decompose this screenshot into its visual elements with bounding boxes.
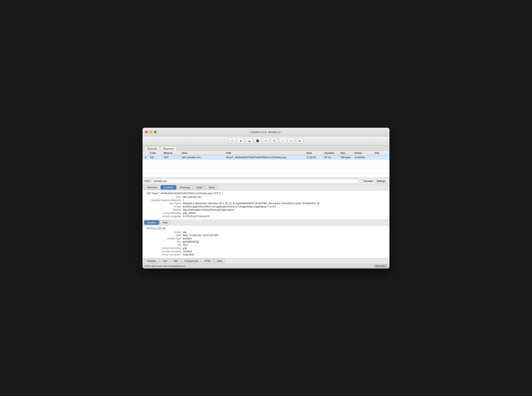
focused-checkbox-group: Focused xyxy=(360,180,373,182)
empty-row xyxy=(143,173,389,178)
resp-header-proxy-connection: Proxy-Connection Keep-alive xyxy=(147,253,385,256)
resp-label-date: Date xyxy=(147,234,183,237)
titlebar: Charles 4.1.3 - Session 1 * xyxy=(143,128,389,137)
gear-icon: ⚙ xyxy=(299,139,301,142)
tab-sequence[interactable]: Sequence xyxy=(160,146,177,151)
pen-tool-button[interactable]: ✏ xyxy=(229,138,236,144)
content-tab-bar: Overview Contents Summary Chart Notes xyxy=(143,185,389,190)
req-label-ua: User-Agent xyxy=(147,202,183,205)
tools-button[interactable]: ✂ xyxy=(288,138,295,144)
td-path: /base7_eb68bd2f0d762faf70c89799b3c1cc52/… xyxy=(225,155,305,160)
resp-label-content-type: Content-Type xyxy=(147,237,183,240)
minimize-button[interactable] xyxy=(149,131,152,133)
req-value-ua: Mozilla/5.0 (Macintosh; Intel Mac OS X 1… xyxy=(183,202,319,205)
settings-button[interactable]: Settings xyxy=(374,179,387,183)
req-value-accept-encoding: gzip, deflate xyxy=(183,212,196,215)
tab-response-headers[interactable]: Headers xyxy=(144,220,159,225)
close-button[interactable] xyxy=(145,131,148,133)
bottom-tab-bar: Headers Text Hex Compressed HTML Raw xyxy=(143,258,389,264)
th-size: Size xyxy=(339,151,353,155)
tab-bottom-headers[interactable]: Headers xyxy=(144,259,159,263)
request-header-accept: Accept text/html,application/xhtml+xml,a… xyxy=(147,205,385,208)
tab-structure[interactable]: Structure xyxy=(144,146,160,151)
tab-notes[interactable]: Notes xyxy=(206,185,218,190)
resp-header-content-encoding: Content-Encoding gzip xyxy=(147,247,385,250)
resp-header-key: Key kjh%#$#%FDjjj xyxy=(147,240,385,243)
status-dot-icon xyxy=(145,157,146,158)
tab-bottom-compressed[interactable]: Compressed xyxy=(181,259,201,263)
resp-label-key: Key xyxy=(147,240,183,243)
statusbar-post-text: POST http://music.163.com/eapi/pl/count xyxy=(145,265,185,267)
th-duration: Duration xyxy=(323,151,339,155)
resp-value-transfer-encoding: chunked xyxy=(183,250,192,253)
req-label-accept-lang: Accept-Language xyxy=(147,215,183,218)
stop-button[interactable]: ⬛ xyxy=(254,138,261,144)
resp-header-date: Date Wed, 13 Sep 2017 03:51:00 GMT xyxy=(147,234,385,237)
tab-bottom-hex[interactable]: Hex xyxy=(170,259,181,263)
check-icon: ✓ xyxy=(282,139,284,142)
table-header: Code Method Host Path Start Duration Siz… xyxy=(143,151,389,155)
tab-chart[interactable]: Chart xyxy=(193,185,205,190)
req-value-referer: http://hackinglab.cn/ShowQues.php?type=b… xyxy=(183,209,234,211)
th-indicator xyxy=(143,151,149,155)
response-status-line: HTTP/1.1 200 OK xyxy=(147,227,385,230)
focused-label: Focused xyxy=(364,180,373,182)
check-button[interactable]: ✓ xyxy=(279,138,286,144)
tab-response-raw[interactable]: Raw xyxy=(160,220,170,225)
req-label-accept-encoding: Accept-Encoding xyxy=(147,212,183,215)
td-start: 11:50:59 xyxy=(305,155,323,160)
empty-row xyxy=(143,164,389,169)
th-start: Start xyxy=(305,151,323,155)
request-table: Code Method Host Path Start Duration Siz… xyxy=(143,151,389,178)
record-icon: ⏺ xyxy=(240,140,242,142)
tab-bottom-html[interactable]: HTML xyxy=(201,259,214,263)
resp-header-transfer-encoding: Transfer-Encoding chunked xyxy=(147,250,385,253)
filter-input[interactable] xyxy=(152,179,359,183)
req-label-upgrade: Upgrade-Insecure-Requests xyxy=(147,199,183,202)
resp-value-proxy-connection: Keep-alive xyxy=(183,253,194,256)
focused-checkbox[interactable] xyxy=(360,180,363,182)
request-header-ua: User-Agent Mozilla/5.0 (Macintosh; Intel… xyxy=(147,202,385,205)
td-code: 200 xyxy=(149,155,163,160)
request-header-accept-encoding: Accept-Encoding gzip, deflate xyxy=(147,212,385,215)
app-window: Charles 4.1.3 - Session 1 * ✏ ⏺ ☁ ⬛ ✒ ↻ … xyxy=(143,128,389,268)
tab-overview[interactable]: Overview xyxy=(144,185,160,190)
response-tab-bar: Headers Raw xyxy=(143,220,389,226)
gear-button[interactable]: ⚙ xyxy=(296,138,303,144)
table-row[interactable]: 200 GET lab1.xseclab.com /base7_eb68bd2f… xyxy=(143,155,389,160)
tab-bottom-raw[interactable]: Raw xyxy=(214,259,225,263)
th-host: Host xyxy=(181,151,225,155)
td-size: 789 bytes xyxy=(339,155,353,160)
resp-header-via: Via 1527 xyxy=(147,244,385,246)
tab-bottom-text[interactable]: Text xyxy=(160,259,170,263)
record-button[interactable]: ⏺ xyxy=(237,138,244,144)
resp-label-via: Via xyxy=(147,244,183,246)
response-details: HTTP/1.1 200 OK Server sae Date Wed, 13 … xyxy=(143,226,389,258)
cloud-icon: ☁ xyxy=(248,139,250,142)
th-info: Info xyxy=(373,151,389,155)
resp-value-key: kjh%#$#%FDjjj xyxy=(183,240,199,243)
req-value-accept: text/html,application/xhtml+xml,applicat… xyxy=(183,205,276,208)
resp-label-server: Server xyxy=(147,231,183,233)
resp-value-via: 1527 xyxy=(183,244,188,246)
pencil-button[interactable]: ✒ xyxy=(262,138,270,144)
maximize-button[interactable] xyxy=(154,131,156,133)
req-label-accept: Accept xyxy=(147,205,183,208)
th-status: Status xyxy=(353,151,373,155)
window-title: Charles 4.1.3 - Session 1 * xyxy=(250,131,282,134)
tab-contents[interactable]: Contents xyxy=(161,185,176,190)
stop-icon: ⬛ xyxy=(256,140,259,142)
traffic-lights xyxy=(145,131,156,133)
request-header-accept-lang: Accept-Language zh-CN,zh;q=0.8,en;q=0.6 xyxy=(147,215,385,218)
th-path: Path xyxy=(225,151,305,155)
td-method: GET xyxy=(163,155,181,160)
tab-summary[interactable]: Summary xyxy=(177,185,193,190)
resp-header-content-type: Content-Type text/html xyxy=(147,237,385,240)
cloud-button[interactable]: ☁ xyxy=(246,138,253,144)
request-header-referer: Referer http://hackinglab.cn/ShowQues.ph… xyxy=(147,209,385,211)
td-duration: 85 ms xyxy=(323,155,339,160)
td-indicator xyxy=(143,155,149,160)
refresh-button[interactable]: ↻ xyxy=(271,138,278,144)
refresh-icon: ↻ xyxy=(273,139,276,143)
filter-label: Filter: xyxy=(145,180,150,182)
